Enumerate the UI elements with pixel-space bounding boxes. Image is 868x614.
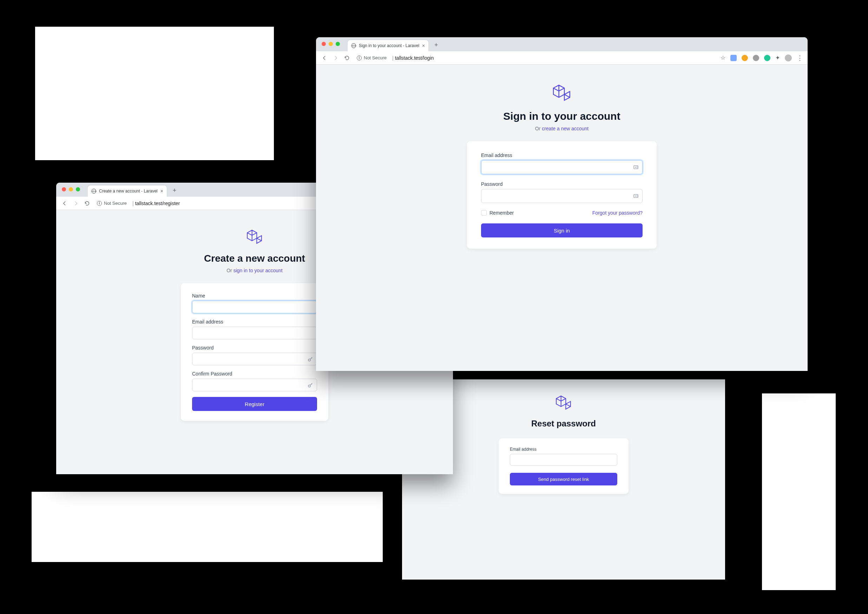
register-heading: Create a new account (204, 253, 305, 264)
close-tab-icon[interactable]: × (160, 188, 163, 194)
email-field-group: Email address (192, 319, 317, 339)
security-indicator[interactable]: i Not Secure (97, 200, 127, 206)
extension-icon[interactable] (742, 55, 748, 61)
new-tab-button[interactable]: + (170, 186, 180, 195)
forward-button[interactable] (332, 54, 340, 62)
security-label: Not Secure (364, 55, 387, 60)
reload-button[interactable] (343, 54, 351, 62)
url-display[interactable]: |tallstack.test/register (131, 200, 180, 206)
traffic-lights (62, 187, 80, 191)
tab-title: Create a new account - Laravel (99, 189, 158, 194)
key-icon (307, 356, 313, 362)
reset-card: Email address Send password reset link (499, 438, 629, 494)
globe-icon (91, 189, 96, 194)
name-input[interactable] (192, 301, 317, 313)
globe-icon (351, 43, 356, 48)
decorative-rect (762, 394, 836, 590)
password-input[interactable] (192, 353, 317, 365)
svg-point-3 (635, 167, 636, 168)
extension-icon[interactable] (730, 55, 737, 61)
url-display[interactable]: |tallstack.test/login (391, 55, 434, 61)
forgot-password-link[interactable]: Forgot your password? (592, 210, 643, 216)
tab-title: Sign in to your account - Laravel (359, 43, 419, 48)
name-label: Name (192, 293, 317, 299)
kebab-menu-icon[interactable]: ⋮ (797, 54, 803, 62)
signin-link[interactable]: sign in to your account (234, 268, 283, 273)
info-icon: i (97, 201, 102, 206)
maximize-window-button[interactable] (336, 42, 340, 46)
back-button[interactable] (60, 199, 69, 208)
tab-bar: Sign in to your account - Laravel × + (316, 37, 808, 51)
browser-tab[interactable]: Sign in to your account - Laravel × (348, 40, 428, 51)
bookmark-star-icon[interactable]: ☆ (721, 54, 725, 61)
security-indicator[interactable]: i Not Secure (357, 55, 387, 60)
password-field-group: Password (192, 345, 317, 365)
back-button[interactable] (320, 54, 329, 62)
password-input[interactable] (481, 189, 643, 203)
register-subline: Or sign in to your account (226, 268, 283, 273)
profile-avatar[interactable] (785, 54, 792, 62)
contact-icon (633, 164, 639, 171)
confirm-password-input[interactable] (192, 379, 317, 391)
laravel-logo-icon (245, 228, 264, 246)
register-button[interactable]: Register (192, 397, 317, 411)
remember-checkbox[interactable]: Remember (481, 210, 514, 216)
email-input[interactable] (192, 327, 317, 339)
decorative-rect (35, 27, 274, 160)
email-input[interactable] (510, 454, 617, 466)
maximize-window-button[interactable] (76, 187, 80, 191)
browser-tab[interactable]: Create a new account - Laravel × (88, 186, 167, 197)
decorative-rect (32, 492, 383, 562)
password-label: Password (192, 345, 317, 350)
name-field-group: Name (192, 293, 317, 313)
security-label: Not Secure (104, 200, 127, 206)
minimize-window-button[interactable] (329, 42, 333, 46)
traffic-lights (322, 42, 340, 46)
create-account-link[interactable]: create a new account (542, 126, 589, 131)
confirm-password-label: Confirm Password (192, 371, 317, 377)
close-window-button[interactable] (322, 42, 326, 46)
info-icon: i (357, 56, 362, 60)
minimize-window-button[interactable] (69, 187, 73, 191)
extension-icon[interactable] (764, 55, 770, 61)
contact-icon (633, 193, 639, 199)
laravel-logo-icon (551, 82, 572, 103)
email-label: Email address (192, 319, 317, 324)
login-heading: Sign in to your account (503, 110, 620, 122)
email-field-group: Email address (510, 447, 617, 466)
checkbox-box (481, 210, 487, 216)
forward-button[interactable] (71, 199, 80, 208)
laravel-logo-icon (555, 394, 573, 412)
email-label: Email address (481, 152, 643, 158)
register-card: Name Email address Password Confirm Pass… (181, 283, 328, 421)
extension-icon[interactable] (753, 55, 759, 61)
email-label: Email address (510, 447, 617, 452)
svg-point-5 (635, 195, 636, 197)
reload-button[interactable] (83, 199, 91, 208)
reset-heading: Reset password (531, 419, 596, 428)
signin-button[interactable]: Sign in (481, 223, 643, 237)
puzzle-icon[interactable]: ✦ (775, 54, 780, 61)
toolbar-right: ☆ ✦ ⋮ (721, 54, 803, 62)
remember-label: Remember (490, 210, 514, 216)
login-content: Sign in to your account Or create a new … (316, 65, 808, 371)
remember-forgot-row: Remember Forgot your password? (481, 210, 643, 216)
svg-point-1 (308, 385, 310, 387)
new-tab-button[interactable]: + (431, 40, 441, 50)
password-label: Password (481, 181, 643, 187)
submit-button[interactable]: Send password reset link (510, 473, 617, 485)
password-field-group: Password (481, 181, 643, 203)
login-card: Email address Password Remember Forgo (467, 141, 657, 249)
email-field-group: Email address (481, 152, 643, 174)
email-input[interactable] (481, 160, 643, 174)
login-window: Sign in to your account - Laravel × + i … (316, 37, 808, 371)
confirm-password-field-group: Confirm Password (192, 371, 317, 391)
svg-point-0 (308, 359, 310, 361)
close-tab-icon[interactable]: × (422, 43, 425, 48)
address-bar: i Not Secure |tallstack.test/login ☆ ✦ ⋮ (316, 51, 808, 65)
key-icon (307, 382, 313, 388)
login-subline: Or create a new account (535, 126, 589, 131)
close-window-button[interactable] (62, 187, 66, 191)
